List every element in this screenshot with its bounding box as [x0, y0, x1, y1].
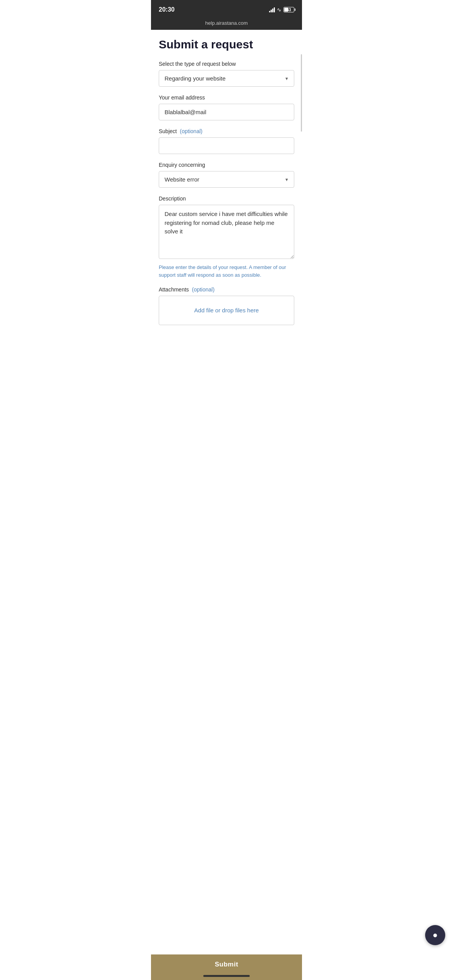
enquiry-group: Enquiry concerning Website errorTechnica… [159, 162, 294, 188]
enquiry-label: Enquiry concerning [159, 162, 294, 168]
url-bar: help.airastana.com [151, 19, 302, 30]
signal-icon [269, 7, 275, 12]
email-group: Your email address [159, 94, 294, 120]
attachments-dropzone[interactable]: Add file or drop files here [159, 296, 294, 325]
subject-input[interactable] [159, 137, 294, 154]
description-group: Description Dear custom service i have m… [159, 195, 294, 279]
attachments-optional: (optional) [192, 286, 214, 293]
enquiry-select[interactable]: Website errorTechnical issuePayment issu… [159, 171, 294, 188]
dropzone-text: Add file or drop files here [194, 307, 259, 314]
attachments-group: Attachments (optional) Add file or drop … [159, 286, 294, 325]
wifi-icon: ∿ [277, 7, 281, 13]
request-type-label: Select the type of request below [159, 61, 294, 67]
main-content: Submit a request Select the type of requ… [151, 30, 302, 372]
subject-optional: (optional) [180, 128, 202, 134]
description-label: Description [159, 195, 294, 202]
subject-label: Subject (optional) [159, 128, 294, 134]
attachments-label: Attachments (optional) [159, 286, 294, 293]
request-type-select[interactable]: Regarding your websiteRegarding your fli… [159, 70, 294, 87]
status-icons: ∿ 43 [269, 7, 294, 13]
scrollbar[interactable] [301, 54, 302, 132]
description-hint: Please enter the details of your request… [159, 264, 294, 279]
url-text: help.airastana.com [205, 20, 248, 26]
subject-group: Subject (optional) [159, 128, 294, 154]
request-type-select-wrapper[interactable]: Regarding your websiteRegarding your fli… [159, 70, 294, 87]
enquiry-select-wrapper[interactable]: Website errorTechnical issuePayment issu… [159, 171, 294, 188]
description-textarea[interactable]: Dear custom service i have met difficult… [159, 205, 294, 259]
battery-icon: 43 [283, 7, 294, 12]
status-time: 20:30 [159, 6, 175, 13]
status-bar: 20:30 ∿ 43 [151, 0, 302, 19]
request-type-group: Select the type of request below Regardi… [159, 61, 294, 87]
email-label: Your email address [159, 94, 294, 101]
page-title: Submit a request [159, 38, 294, 51]
email-input[interactable] [159, 104, 294, 120]
